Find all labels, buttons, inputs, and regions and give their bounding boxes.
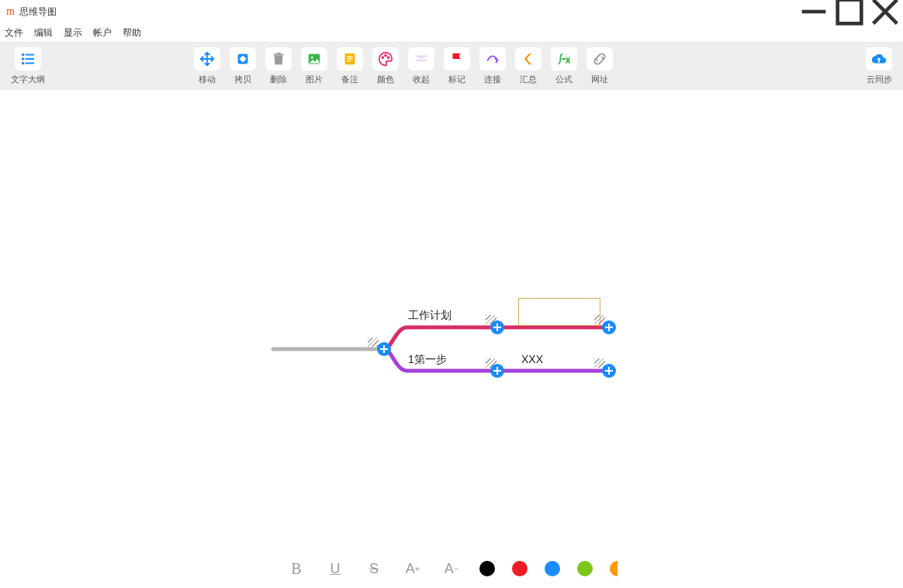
add-node-button[interactable] [377, 342, 391, 356]
formula-icon [551, 47, 577, 71]
tool-image[interactable]: 图片 [301, 47, 327, 85]
svg-point-22 [385, 55, 386, 57]
tool-label: 汇总 [520, 74, 537, 85]
font-decrease-button[interactable]: A− [441, 558, 462, 579]
maximize-button[interactable] [832, 0, 867, 23]
summary-icon [515, 47, 541, 71]
mindmap-canvas[interactable]: 工作计划 1第一步 XXX [0, 90, 903, 549]
add-node-button[interactable] [602, 320, 616, 334]
close-button[interactable] [867, 0, 903, 23]
svg-point-4 [22, 54, 24, 56]
svg-point-21 [382, 57, 383, 58]
tool-formula[interactable]: 公式 [551, 47, 577, 85]
menu-file[interactable]: 文件 [5, 26, 23, 40]
svg-rect-19 [347, 58, 352, 59]
menu-account[interactable]: 帐户 [93, 26, 112, 40]
tool-mark[interactable]: 标记 [444, 47, 470, 85]
selected-node-box[interactable] [518, 298, 600, 326]
tool-label: 标记 [448, 74, 465, 85]
move-icon [194, 47, 220, 71]
list-icon [15, 47, 41, 71]
tool-cloudsync[interactable]: 云同步 [866, 47, 892, 85]
tool-collapse[interactable]: 收起 [408, 47, 434, 85]
trash-icon [265, 47, 292, 71]
tool-label: 连接 [484, 74, 501, 85]
window-title: 思维导图 [19, 5, 57, 19]
tool-note[interactable]: 备注 [337, 47, 363, 85]
menu-view[interactable]: 显示 [64, 26, 82, 40]
window-controls [796, 0, 903, 23]
menu-edit[interactable]: 编辑 [34, 26, 53, 40]
mindmap-svg [0, 90, 903, 549]
color-swatch-blue[interactable] [545, 561, 560, 576]
tool-delete[interactable]: 删除 [265, 47, 292, 85]
color-swatch-red[interactable] [512, 561, 528, 576]
connect-icon [479, 47, 506, 71]
tool-summary[interactable]: 汇总 [515, 47, 541, 85]
tool-connect[interactable]: 连接 [479, 47, 506, 85]
app-logo-icon: m [6, 5, 15, 18]
svg-rect-1 [838, 0, 862, 23]
copy-icon [230, 47, 256, 71]
tool-url[interactable]: 网址 [586, 47, 613, 85]
add-node-button[interactable] [602, 364, 616, 378]
menu-help[interactable]: 帮助 [123, 26, 141, 40]
cloud-upload-icon [866, 47, 892, 71]
tool-move[interactable]: 移动 [194, 47, 220, 85]
node-step1[interactable]: 1第一步 [408, 353, 447, 367]
menu-bar: 文件 编辑 显示 帐户 帮助 [0, 23, 903, 42]
link-icon [586, 47, 613, 71]
collapse-icon [408, 47, 434, 71]
tool-label: 备注 [341, 74, 358, 85]
strike-button[interactable]: S [363, 558, 385, 579]
image-icon [301, 47, 327, 71]
flag-icon [444, 47, 470, 71]
tool-color[interactable]: 颜色 [372, 47, 399, 85]
node-xxx[interactable]: XXX [521, 353, 543, 365]
underline-button[interactable]: U [324, 558, 346, 579]
tool-label: 移动 [199, 74, 216, 85]
color-swatch-black[interactable] [479, 561, 495, 576]
font-increase-button[interactable]: A+ [402, 558, 424, 579]
add-node-button[interactable] [490, 320, 504, 334]
tool-label: 公式 [555, 74, 573, 85]
color-swatch-orange[interactable] [610, 561, 618, 576]
svg-rect-12 [240, 57, 245, 61]
svg-rect-18 [347, 56, 352, 57]
tool-label: 图片 [306, 74, 323, 85]
tool-label: 颜色 [377, 74, 394, 85]
toolbar: 文字大纲 移动 拷贝 删除 图片 备注 颜色 收起 [0, 42, 903, 90]
tool-outline[interactable]: 文字大纲 [11, 47, 45, 85]
node-work-plan[interactable]: 工作计划 [408, 309, 452, 323]
add-node-button[interactable] [490, 364, 504, 378]
tool-copy[interactable]: 拷贝 [230, 47, 256, 85]
palette-icon [372, 47, 399, 71]
tool-label: 收起 [413, 74, 430, 85]
tool-label: 拷贝 [234, 74, 251, 85]
tool-label: 云同步 [867, 74, 892, 85]
format-bar: B U S A+ A− [0, 549, 903, 588]
svg-rect-20 [347, 61, 351, 61]
note-icon [337, 47, 363, 71]
minimize-button[interactable] [796, 0, 832, 23]
title-bar: m 思维导图 [0, 0, 903, 23]
tool-label: 文字大纲 [11, 74, 45, 85]
tool-label: 网址 [591, 74, 608, 85]
bold-button[interactable]: B [285, 558, 307, 579]
svg-rect-14 [276, 53, 281, 54]
svg-point-16 [311, 57, 313, 59]
color-swatch-green[interactable] [577, 561, 593, 576]
svg-point-8 [22, 63, 24, 64]
tool-label: 删除 [270, 74, 287, 85]
svg-point-23 [388, 57, 389, 58]
svg-rect-13 [274, 54, 284, 56]
svg-point-6 [22, 58, 24, 60]
